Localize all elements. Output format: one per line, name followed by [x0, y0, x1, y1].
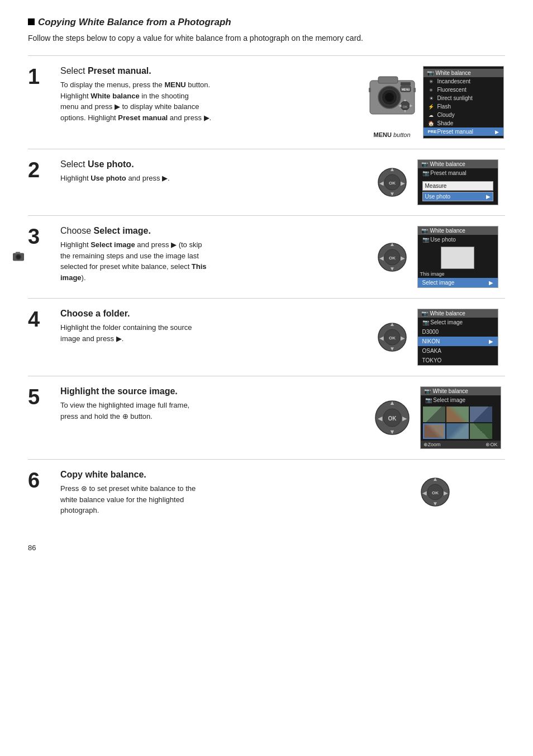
svg-point-26	[17, 255, 20, 258]
page-title: Copying White Balance from a Photograph	[38, 17, 231, 28]
menu-item3-use-photo: 📷 Use photo	[418, 235, 498, 244]
svg-text:◀: ◀	[422, 490, 427, 496]
step-4-title: Choose a folder.	[60, 309, 354, 319]
this-image-label: This image	[420, 271, 445, 277]
step-3-image-preview	[441, 247, 474, 269]
svg-text:OK: OK	[389, 256, 396, 261]
menu-item-shade: 🏠 Shade	[423, 119, 503, 127]
menu-item-flash: ⚡ Flash	[423, 102, 503, 111]
menu-item4-nikon: NIKON ▶	[418, 337, 498, 346]
step-3-title-bold: Select image.	[94, 226, 151, 235]
svg-rect-15	[413, 88, 416, 92]
menu-item4-tokyo: TOKYO	[418, 356, 498, 365]
step-4-desc: Highlight the folder containing the sour…	[60, 322, 354, 344]
step-2-content: Select Use photo. Highlight Use photo an…	[60, 159, 354, 184]
step-1-images: MENU OK ▲ ▼ ◀ ▶ MENU button	[365, 66, 505, 139]
preset-arrow: ▶	[495, 129, 499, 135]
svg-text:▶: ▶	[401, 180, 405, 186]
step-5-number: 5	[28, 386, 49, 408]
step-3-menu-screen: 📷 White balance 📷 Use photo This image S…	[417, 226, 498, 288]
step-6-number: 6	[28, 470, 49, 491]
step-3-images-row: ▲ ▼ ◀ ▶ OK 📷 White balance 📷 Use photo T…	[373, 226, 498, 288]
svg-rect-1	[378, 77, 398, 83]
menu-icon-3: 📷	[421, 228, 428, 234]
step-4-menu-screen: 📷 White balance 📷 Select image D3000 NIK…	[417, 309, 498, 366]
svg-point-4	[385, 93, 394, 102]
svg-text:◀: ◀	[379, 255, 384, 261]
step-5-menu-screen: 📷 White balance 📷 Select image ⊕Zoom	[420, 386, 501, 449]
step-2-desc: Highlight Use photo and press ▶.	[60, 173, 354, 184]
step-2: 2 Select Use photo. Highlight Use photo …	[28, 149, 505, 215]
thumb-6	[470, 423, 492, 439]
svg-text:◀: ◀	[379, 180, 384, 186]
step-1-images-row: MENU OK ▲ ▼ ◀ ▶ MENU button	[367, 66, 504, 139]
step-2-images-row: ▲ ▼ ◀ ▶ OK 📷 White balance 📷 Preset manu…	[373, 159, 498, 205]
step-3-bottom-items: This image	[418, 270, 498, 278]
menu-item-preset-manual: PRE Preset manual ▶	[423, 127, 503, 136]
menu-box-measure: Measure	[422, 181, 493, 191]
step-1-camera: MENU OK ▲ ▼ ◀ ▶ MENU button	[367, 67, 417, 138]
step-1-number: 1	[28, 66, 49, 87]
svg-text:▲: ▲	[432, 476, 438, 482]
menu-header-4: 📷 White balance	[418, 309, 498, 318]
svg-rect-7	[401, 82, 411, 86]
step-5-footer: ⊕Zoom ⊛OK	[421, 441, 501, 448]
camera-body-icon	[12, 250, 25, 262]
step-2-images: ▲ ▼ ◀ ▶ OK 📷 White balance 📷 Preset manu…	[365, 159, 505, 205]
svg-text:◀: ◀	[378, 415, 383, 422]
menu-icon-5: 📷	[424, 388, 431, 394]
step-4-images: ▲ ▼ ◀ ▶ OK 📷 White balance 📷 Select imag…	[365, 309, 505, 366]
menu-icon-1: 📷	[427, 70, 434, 76]
step-3-title: Choose Select image.	[60, 226, 354, 236]
step-6-title-bold: Copy white balance.	[60, 470, 146, 479]
step-5-desc: To view the highlighted image full frame…	[60, 400, 354, 422]
step-1-title-bold: Preset manual.	[88, 66, 151, 75]
svg-text:▼: ▼	[432, 500, 438, 507]
menu-item-incandescent: ✳ Incandescent	[423, 77, 503, 86]
page-number-area: 86	[28, 543, 505, 552]
camera-svg-1: MENU OK ▲ ▼ ◀ ▶	[367, 67, 417, 128]
menu-item-fluorescent: ≡ Fluorescent	[423, 86, 503, 94]
step-1-desc: To display the menus, press the MENU but…	[60, 79, 354, 123]
svg-text:▶: ▶	[402, 415, 407, 422]
svg-text:▲: ▲	[389, 399, 395, 406]
incandescent-icon: ✳	[428, 79, 435, 84]
step-5-title: Highlight the source image.	[60, 386, 354, 396]
svg-text:▲: ▲	[389, 241, 395, 247]
step-2-title-bold: Use photo.	[88, 159, 134, 169]
thumb-2	[446, 407, 469, 422]
step-2-title: Select Use photo.	[60, 159, 354, 169]
ok-btn-svg-5: OK ▲ ▼ ◀ ▶	[370, 393, 415, 443]
svg-text:▶: ▶	[401, 335, 405, 341]
step-5-images-row: OK ▲ ▼ ◀ ▶ 📷 White balance 📷 Select imag…	[370, 386, 501, 449]
menu-icon-2: 📷	[421, 161, 428, 167]
step-6-desc: Press ⊛ to set preset white balance to t…	[60, 483, 354, 516]
ok-label: ⊛OK	[486, 442, 497, 447]
step-4-number: 4	[28, 309, 49, 330]
step-1-title: Select Preset manual.	[60, 66, 354, 76]
svg-text:OK: OK	[388, 415, 397, 422]
preset-icon: PRE	[428, 129, 435, 134]
svg-text:▼: ▼	[389, 266, 395, 272]
camera-icon-2: 📷	[422, 170, 429, 176]
svg-text:▼: ▼	[403, 109, 407, 113]
thumbnail-grid	[421, 405, 501, 441]
menu-item-cloudy: ☁ Cloudy	[423, 111, 503, 119]
menu-item4-d3000: D3000	[418, 327, 498, 337]
thumb-3	[470, 407, 492, 422]
select-image-arrow: ▶	[489, 280, 493, 286]
thumb-4	[423, 423, 445, 439]
page-header: Copying White Balance from a Photograph	[28, 17, 505, 28]
step-4-images-row: ▲ ▼ ◀ ▶ OK 📷 White balance 📷 Select imag…	[373, 309, 498, 366]
step-4-content: Choose a folder. Highlight the folder co…	[60, 309, 354, 344]
thumb-5	[446, 423, 469, 439]
svg-text:▼: ▼	[389, 191, 395, 197]
svg-rect-14	[369, 88, 371, 92]
page-number: 86	[28, 544, 36, 552]
step-6: 6 Copy white balance. Press ⊛ to set pre…	[28, 459, 505, 526]
svg-text:▼: ▼	[389, 346, 395, 352]
menu-header-3: 📷 White balance	[418, 226, 498, 235]
step-3-images: ▲ ▼ ◀ ▶ OK 📷 White balance 📷 Use photo T…	[365, 226, 505, 288]
camera-icon-4: 📷	[422, 319, 429, 325]
svg-text:OK: OK	[432, 490, 439, 495]
